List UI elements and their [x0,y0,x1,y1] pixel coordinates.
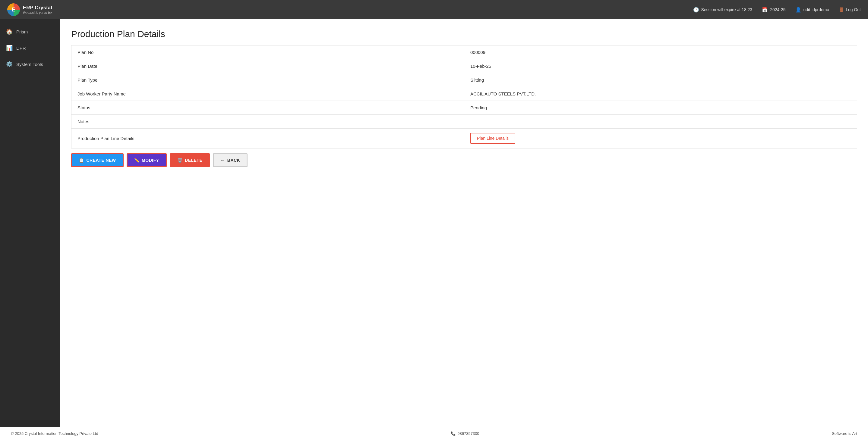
table-row: Status Pending [71,101,857,115]
header-right: 🕐 Session will expire at 18:23 📅 2024-25… [693,7,861,13]
sidebar-item-prism[interactable]: 🏠 Prism [0,24,60,39]
field-value-plan-date: 10-Feb-25 [464,59,857,73]
brand-tagline: the best is yet to be.. [23,11,54,14]
logout-icon: 🚪 [839,7,844,12]
brand-name: ERP Crystal [23,5,54,11]
delete-icon: 🗑️ [177,158,183,163]
field-value-notes [464,115,857,129]
modify-label: MODIFY [142,158,159,163]
field-label-status: Status [71,101,464,115]
brand-section: E ERP Crystal the best is yet to be.. [7,3,693,16]
field-label-plan-no: Plan No [71,45,464,59]
field-value-plan-line: Plan Line Details [464,129,857,148]
table-row: Plan Date 10-Feb-25 [71,59,857,73]
modify-button[interactable]: ✏️ MODIFY [127,153,167,167]
field-label-plan-date: Plan Date [71,59,464,73]
back-arrow-icon: ← [220,158,225,163]
sidebar-item-dpr[interactable]: 📊 DPR [0,40,60,56]
page-title: Production Plan Details [71,29,857,39]
table-row: Production Plan Line Details Plan Line D… [71,129,857,148]
chart-icon: 📊 [6,44,13,51]
body-layout: 🏠 Prism 📊 DPR ⚙️ System Tools Production… [0,19,868,427]
create-icon: 📋 [79,158,84,163]
field-value-plan-type: Slitting [464,73,857,87]
delete-button[interactable]: 🗑️ DELETE [170,153,210,167]
table-row: Plan No 000009 [71,45,857,59]
sidebar-item-label: Prism [16,29,28,34]
back-label: BACK [227,158,240,163]
footer-tagline: Software is Art [832,431,857,436]
logout-button[interactable]: 🚪 Log Out [839,7,861,12]
table-row: Plan Type Slitting [71,73,857,87]
brand-text: ERP Crystal the best is yet to be.. [23,5,54,14]
year-label: 2024-25 [770,7,785,12]
field-label-notes: Notes [71,115,464,129]
field-label-job-worker: Job Worker Party Name [71,87,464,101]
create-label: CREATE NEW [87,158,116,163]
session-info: 🕐 Session will expire at 18:23 [693,7,752,13]
table-row: Notes [71,115,857,129]
gear-icon: ⚙️ [6,61,13,67]
field-label-plan-line: Production Plan Line Details [71,129,464,148]
app-header: E ERP Crystal the best is yet to be.. 🕐 … [0,0,868,19]
user-icon: 👤 [795,7,801,13]
field-value-status: Pending [464,101,857,115]
table-row: Job Worker Party Name ACCIL AUTO STEELS … [71,87,857,101]
modify-icon: ✏️ [134,158,140,163]
sidebar: 🏠 Prism 📊 DPR ⚙️ System Tools [0,19,60,427]
field-value-plan-no: 000009 [464,45,857,59]
sidebar-item-label: System Tools [16,62,43,67]
logout-label: Log Out [846,7,861,12]
clock-icon: 🕐 [693,7,699,13]
user-info: 👤 udit_dprdemo [795,7,829,13]
action-row: 📋 CREATE NEW ✏️ MODIFY 🗑️ DELETE ← BACK [71,148,857,172]
user-label: udit_dprdemo [804,7,829,12]
brand-logo: E [7,3,20,16]
phone-section: 📞 9867357300 [451,431,479,436]
field-value-job-worker: ACCIL AUTO STEELS PVT.LTD. [464,87,857,101]
year-info: 📅 2024-25 [762,7,785,13]
plan-line-details-button[interactable]: Plan Line Details [470,133,515,144]
sidebar-item-label: DPR [16,45,26,50]
copyright-text: © 2025 Crystal Information Technology Pr… [11,431,98,436]
field-label-plan-type: Plan Type [71,73,464,87]
delete-label: DELETE [185,158,202,163]
main-content: Production Plan Details Plan No 000009 P… [60,19,868,427]
home-icon: 🏠 [6,28,13,35]
app-footer: © 2025 Crystal Information Technology Pr… [0,427,868,440]
detail-table: Plan No 000009 Plan Date 10-Feb-25 Plan … [71,45,857,148]
back-button[interactable]: ← BACK [213,153,248,167]
phone-icon: 📞 [451,431,456,436]
phone-number: 9867357300 [457,431,479,436]
calendar-icon: 📅 [762,7,768,13]
session-label: Session will expire at 18:23 [701,7,752,12]
create-new-button[interactable]: 📋 CREATE NEW [71,153,124,167]
sidebar-item-system-tools[interactable]: ⚙️ System Tools [0,57,60,72]
